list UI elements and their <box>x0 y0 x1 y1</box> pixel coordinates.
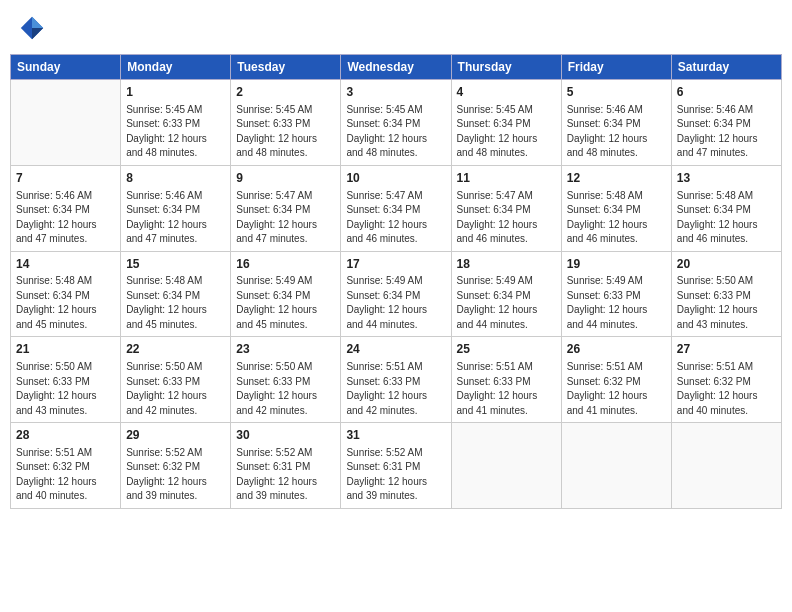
day-info: Sunrise: 5:46 AM Sunset: 6:34 PM Dayligh… <box>677 103 776 161</box>
day-number: 31 <box>346 427 445 444</box>
day-number: 21 <box>16 341 115 358</box>
calendar-week-row: 14Sunrise: 5:48 AM Sunset: 6:34 PM Dayli… <box>11 251 782 337</box>
calendar-cell <box>11 80 121 166</box>
calendar-week-row: 1Sunrise: 5:45 AM Sunset: 6:33 PM Daylig… <box>11 80 782 166</box>
svg-marker-1 <box>32 17 43 28</box>
calendar-cell: 13Sunrise: 5:48 AM Sunset: 6:34 PM Dayli… <box>671 165 781 251</box>
calendar-cell: 21Sunrise: 5:50 AM Sunset: 6:33 PM Dayli… <box>11 337 121 423</box>
day-info: Sunrise: 5:50 AM Sunset: 6:33 PM Dayligh… <box>677 274 776 332</box>
day-number: 9 <box>236 170 335 187</box>
calendar-cell: 2Sunrise: 5:45 AM Sunset: 6:33 PM Daylig… <box>231 80 341 166</box>
day-info: Sunrise: 5:50 AM Sunset: 6:33 PM Dayligh… <box>236 360 335 418</box>
day-number: 11 <box>457 170 556 187</box>
day-info: Sunrise: 5:51 AM Sunset: 6:32 PM Dayligh… <box>677 360 776 418</box>
day-number: 8 <box>126 170 225 187</box>
calendar-week-row: 28Sunrise: 5:51 AM Sunset: 6:32 PM Dayli… <box>11 423 782 509</box>
day-info: Sunrise: 5:49 AM Sunset: 6:34 PM Dayligh… <box>457 274 556 332</box>
day-number: 12 <box>567 170 666 187</box>
weekday-header-row: SundayMondayTuesdayWednesdayThursdayFrid… <box>11 55 782 80</box>
day-info: Sunrise: 5:48 AM Sunset: 6:34 PM Dayligh… <box>126 274 225 332</box>
day-info: Sunrise: 5:49 AM Sunset: 6:33 PM Dayligh… <box>567 274 666 332</box>
calendar-cell: 8Sunrise: 5:46 AM Sunset: 6:34 PM Daylig… <box>121 165 231 251</box>
calendar-cell: 18Sunrise: 5:49 AM Sunset: 6:34 PM Dayli… <box>451 251 561 337</box>
day-number: 29 <box>126 427 225 444</box>
day-info: Sunrise: 5:52 AM Sunset: 6:31 PM Dayligh… <box>236 446 335 504</box>
calendar-cell: 14Sunrise: 5:48 AM Sunset: 6:34 PM Dayli… <box>11 251 121 337</box>
calendar-cell: 11Sunrise: 5:47 AM Sunset: 6:34 PM Dayli… <box>451 165 561 251</box>
day-info: Sunrise: 5:47 AM Sunset: 6:34 PM Dayligh… <box>236 189 335 247</box>
calendar-week-row: 7Sunrise: 5:46 AM Sunset: 6:34 PM Daylig… <box>11 165 782 251</box>
day-number: 26 <box>567 341 666 358</box>
day-number: 30 <box>236 427 335 444</box>
day-info: Sunrise: 5:47 AM Sunset: 6:34 PM Dayligh… <box>346 189 445 247</box>
day-number: 17 <box>346 256 445 273</box>
day-info: Sunrise: 5:50 AM Sunset: 6:33 PM Dayligh… <box>126 360 225 418</box>
calendar-cell: 16Sunrise: 5:49 AM Sunset: 6:34 PM Dayli… <box>231 251 341 337</box>
weekday-header-friday: Friday <box>561 55 671 80</box>
day-number: 22 <box>126 341 225 358</box>
calendar-cell: 31Sunrise: 5:52 AM Sunset: 6:31 PM Dayli… <box>341 423 451 509</box>
calendar-table: SundayMondayTuesdayWednesdayThursdayFrid… <box>10 54 782 509</box>
calendar-cell: 12Sunrise: 5:48 AM Sunset: 6:34 PM Dayli… <box>561 165 671 251</box>
calendar-cell <box>671 423 781 509</box>
calendar-cell: 22Sunrise: 5:50 AM Sunset: 6:33 PM Dayli… <box>121 337 231 423</box>
day-number: 7 <box>16 170 115 187</box>
calendar-cell <box>561 423 671 509</box>
weekday-header-saturday: Saturday <box>671 55 781 80</box>
day-info: Sunrise: 5:51 AM Sunset: 6:33 PM Dayligh… <box>457 360 556 418</box>
day-info: Sunrise: 5:51 AM Sunset: 6:33 PM Dayligh… <box>346 360 445 418</box>
day-info: Sunrise: 5:47 AM Sunset: 6:34 PM Dayligh… <box>457 189 556 247</box>
calendar-cell: 28Sunrise: 5:51 AM Sunset: 6:32 PM Dayli… <box>11 423 121 509</box>
day-info: Sunrise: 5:52 AM Sunset: 6:32 PM Dayligh… <box>126 446 225 504</box>
svg-marker-2 <box>32 28 43 39</box>
calendar-week-row: 21Sunrise: 5:50 AM Sunset: 6:33 PM Dayli… <box>11 337 782 423</box>
day-number: 25 <box>457 341 556 358</box>
calendar-cell: 20Sunrise: 5:50 AM Sunset: 6:33 PM Dayli… <box>671 251 781 337</box>
weekday-header-sunday: Sunday <box>11 55 121 80</box>
day-info: Sunrise: 5:50 AM Sunset: 6:33 PM Dayligh… <box>16 360 115 418</box>
day-number: 18 <box>457 256 556 273</box>
calendar-cell: 27Sunrise: 5:51 AM Sunset: 6:32 PM Dayli… <box>671 337 781 423</box>
weekday-header-monday: Monday <box>121 55 231 80</box>
day-info: Sunrise: 5:52 AM Sunset: 6:31 PM Dayligh… <box>346 446 445 504</box>
day-number: 5 <box>567 84 666 101</box>
day-number: 23 <box>236 341 335 358</box>
calendar-cell: 7Sunrise: 5:46 AM Sunset: 6:34 PM Daylig… <box>11 165 121 251</box>
day-info: Sunrise: 5:46 AM Sunset: 6:34 PM Dayligh… <box>16 189 115 247</box>
day-number: 13 <box>677 170 776 187</box>
calendar-cell: 9Sunrise: 5:47 AM Sunset: 6:34 PM Daylig… <box>231 165 341 251</box>
day-number: 15 <box>126 256 225 273</box>
day-info: Sunrise: 5:45 AM Sunset: 6:33 PM Dayligh… <box>126 103 225 161</box>
calendar-cell: 19Sunrise: 5:49 AM Sunset: 6:33 PM Dayli… <box>561 251 671 337</box>
calendar-cell: 10Sunrise: 5:47 AM Sunset: 6:34 PM Dayli… <box>341 165 451 251</box>
day-number: 19 <box>567 256 666 273</box>
calendar-cell: 23Sunrise: 5:50 AM Sunset: 6:33 PM Dayli… <box>231 337 341 423</box>
day-info: Sunrise: 5:45 AM Sunset: 6:34 PM Dayligh… <box>346 103 445 161</box>
calendar-cell: 3Sunrise: 5:45 AM Sunset: 6:34 PM Daylig… <box>341 80 451 166</box>
day-info: Sunrise: 5:49 AM Sunset: 6:34 PM Dayligh… <box>236 274 335 332</box>
day-number: 20 <box>677 256 776 273</box>
calendar-cell: 25Sunrise: 5:51 AM Sunset: 6:33 PM Dayli… <box>451 337 561 423</box>
weekday-header-thursday: Thursday <box>451 55 561 80</box>
day-info: Sunrise: 5:46 AM Sunset: 6:34 PM Dayligh… <box>126 189 225 247</box>
calendar-cell: 30Sunrise: 5:52 AM Sunset: 6:31 PM Dayli… <box>231 423 341 509</box>
day-number: 16 <box>236 256 335 273</box>
day-info: Sunrise: 5:48 AM Sunset: 6:34 PM Dayligh… <box>567 189 666 247</box>
day-number: 24 <box>346 341 445 358</box>
day-info: Sunrise: 5:49 AM Sunset: 6:34 PM Dayligh… <box>346 274 445 332</box>
day-number: 14 <box>16 256 115 273</box>
day-info: Sunrise: 5:51 AM Sunset: 6:32 PM Dayligh… <box>16 446 115 504</box>
day-number: 10 <box>346 170 445 187</box>
day-info: Sunrise: 5:45 AM Sunset: 6:34 PM Dayligh… <box>457 103 556 161</box>
day-number: 2 <box>236 84 335 101</box>
weekday-header-tuesday: Tuesday <box>231 55 341 80</box>
calendar-cell: 17Sunrise: 5:49 AM Sunset: 6:34 PM Dayli… <box>341 251 451 337</box>
day-info: Sunrise: 5:48 AM Sunset: 6:34 PM Dayligh… <box>16 274 115 332</box>
page-header <box>10 10 782 46</box>
logo-icon <box>18 14 46 42</box>
day-number: 28 <box>16 427 115 444</box>
day-info: Sunrise: 5:51 AM Sunset: 6:32 PM Dayligh… <box>567 360 666 418</box>
calendar-cell: 15Sunrise: 5:48 AM Sunset: 6:34 PM Dayli… <box>121 251 231 337</box>
calendar-cell: 1Sunrise: 5:45 AM Sunset: 6:33 PM Daylig… <box>121 80 231 166</box>
day-number: 4 <box>457 84 556 101</box>
